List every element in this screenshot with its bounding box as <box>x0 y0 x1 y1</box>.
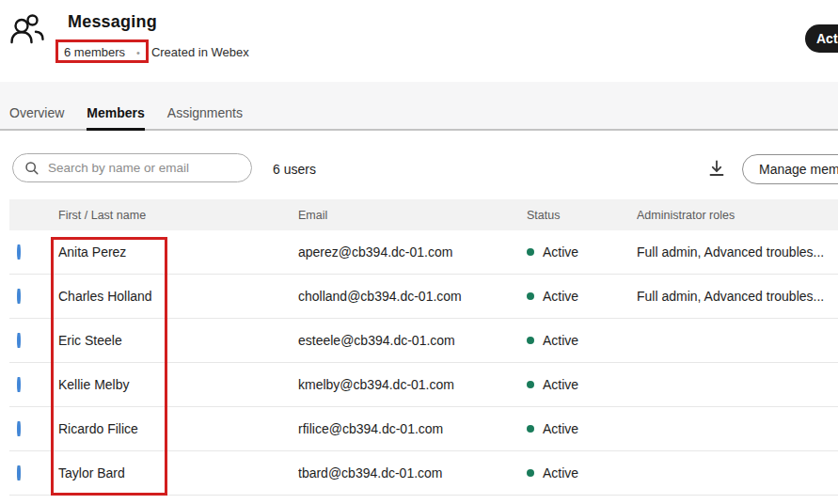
member-status: Active <box>527 421 637 436</box>
member-email: cholland@cb394.dc-01.com <box>298 289 527 304</box>
member-status: Active <box>527 377 637 392</box>
search-icon <box>24 161 40 176</box>
column-header-name: First / Last name <box>58 209 298 222</box>
separator-dot: • <box>136 47 140 58</box>
member-email: kmelby@cb394.dc-01.com <box>298 377 527 392</box>
column-header-roles: Administrator roles <box>637 209 838 222</box>
status-dot <box>527 337 534 344</box>
member-status: Active <box>527 244 637 260</box>
member-name: Ricardo Filice <box>58 421 298 436</box>
column-header-email: Email <box>298 209 527 222</box>
search-box[interactable] <box>12 153 252 182</box>
member-email: rfilice@cb394.dc-01.com <box>298 421 527 436</box>
users-count: 6 users <box>273 162 316 177</box>
avatar <box>17 244 21 260</box>
actions-button[interactable]: Act <box>805 24 838 53</box>
member-email: aperez@cb394.dc-01.com <box>298 244 527 260</box>
member-roles: Full admin, Advanced troubles... <box>637 244 838 260</box>
members-count: 6 members <box>64 45 125 59</box>
status-dot <box>527 469 534 477</box>
tab-bar: Overview Members Assignments <box>0 82 838 131</box>
column-header-status: Status <box>527 209 637 222</box>
avatar <box>17 333 21 348</box>
member-status: Active <box>527 465 637 480</box>
status-dot <box>527 381 534 388</box>
member-status: Active <box>527 289 637 304</box>
people-group-icon <box>8 11 45 49</box>
member-name: Anita Perez <box>58 244 298 260</box>
member-roles: Full admin, Advanced troubles... <box>637 289 838 304</box>
status-dot <box>527 292 534 300</box>
avatar <box>17 289 21 304</box>
table-row[interactable]: Eric Steele esteele@cb394.dc-01.com Acti… <box>9 319 838 363</box>
table-header-row: First / Last name Email Status Administr… <box>9 199 838 230</box>
table-row[interactable]: Anita Perez aperez@cb394.dc-01.com Activ… <box>9 230 838 275</box>
download-icon[interactable] <box>705 158 728 181</box>
table-row[interactable]: Charles Holland cholland@cb394.dc-01.com… <box>9 275 838 319</box>
search-input[interactable] <box>48 161 242 175</box>
member-status: Active <box>527 333 637 348</box>
tab-members[interactable]: Members <box>87 105 144 129</box>
tab-assignments[interactable]: Assignments <box>167 105 243 129</box>
table-row[interactable]: Taylor Bard tbard@cb394.dc-01.com Active <box>9 451 838 496</box>
member-name: Taylor Bard <box>58 465 298 480</box>
header-meta: 6 members • Created in Webex <box>64 45 249 59</box>
status-dot <box>527 425 534 433</box>
table-row[interactable]: Ricardo Filice rfilice@cb394.dc-01.com A… <box>9 407 838 451</box>
member-name: Charles Holland <box>58 289 298 304</box>
member-email: esteele@cb394.dc-01.com <box>298 333 527 348</box>
member-name: Kellie Melby <box>58 377 298 392</box>
tab-overview[interactable]: Overview <box>9 105 64 129</box>
manage-members-button[interactable]: Manage memb <box>742 154 838 184</box>
members-table: First / Last name Email Status Administr… <box>9 199 838 496</box>
member-name: Eric Steele <box>58 333 298 348</box>
avatar <box>17 421 21 436</box>
avatar <box>17 377 21 392</box>
page-title: Messaging <box>68 12 157 32</box>
status-dot <box>527 248 534 256</box>
member-email: tbard@cb394.dc-01.com <box>298 465 527 480</box>
table-row[interactable]: Kellie Melby kmelby@cb394.dc-01.com Acti… <box>9 363 838 407</box>
origin-label: Created in Webex <box>151 45 249 59</box>
avatar <box>17 465 21 480</box>
